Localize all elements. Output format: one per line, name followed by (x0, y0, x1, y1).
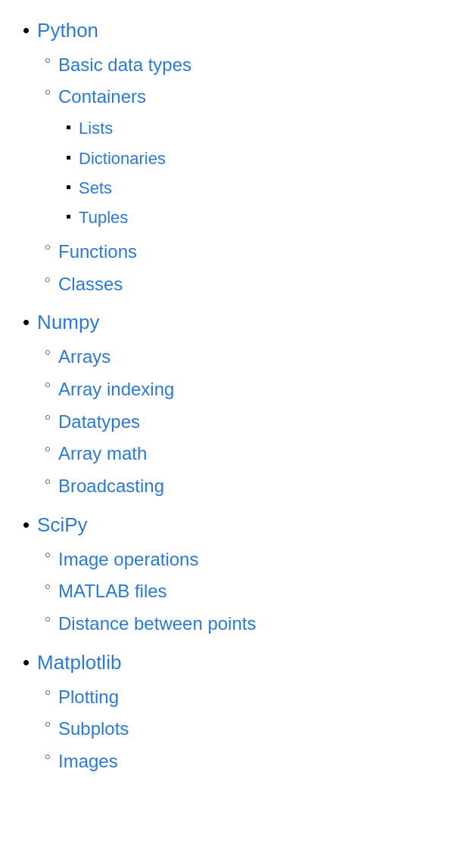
nav-list-matplotlib-children: ○Plotting○Subplots○Images (45, 682, 129, 779)
link-array-math[interactable]: Array math (58, 439, 147, 470)
link-dictionaries[interactable]: Dictionaries (79, 144, 166, 172)
bullet-broadcasting: ○ (45, 471, 51, 491)
nav-list-scipy-children: ○Image operations○MATLAB files○Distance … (45, 544, 256, 641)
nav-list-numpy-children: ○Arrays○Array indexing○Datatypes○Array m… (45, 342, 174, 504)
bullet-array-indexing: ○ (45, 374, 51, 395)
link-distance-between-points[interactable]: Distance between points (58, 609, 257, 640)
link-lists[interactable]: Lists (79, 114, 113, 142)
bullet-images: ○ (45, 746, 51, 767)
bullet-scipy: • (23, 510, 30, 541)
nav-item-lists: ▪Lists (66, 114, 166, 142)
bullet-python: • (23, 15, 30, 47)
nav-item-plotting: ○Plotting (45, 682, 129, 713)
bullet-dictionaries: ▪ (66, 144, 71, 170)
link-array-indexing[interactable]: Array indexing (58, 374, 174, 405)
bullet-arrays: ○ (45, 342, 51, 362)
bullet-lists: ▪ (66, 114, 71, 140)
nav-item-image-operations: ○Image operations (45, 544, 256, 575)
link-scipy[interactable]: SciPy (37, 510, 256, 541)
nav-item-basic-data-types: ○Basic data types (45, 50, 191, 81)
nav-item-broadcasting: ○Broadcasting (45, 471, 174, 502)
link-basic-data-types[interactable]: Basic data types (58, 50, 191, 81)
link-image-operations[interactable]: Image operations (58, 544, 198, 575)
bullet-classes: ○ (45, 269, 51, 290)
link-python[interactable]: Python (37, 15, 191, 47)
bullet-matplotlib: • (23, 647, 30, 679)
link-images[interactable]: Images (58, 746, 118, 777)
nav-item-arrays: ○Arrays (45, 342, 174, 373)
nav-list-python-children: ○Basic data types○Containers▪Lists▪Dicti… (45, 50, 191, 302)
nav-item-array-math: ○Array math (45, 439, 174, 470)
bullet-containers: ○ (45, 82, 51, 102)
link-datatypes[interactable]: Datatypes (58, 407, 140, 438)
nav-item-matlab-files: ○MATLAB files (45, 576, 256, 607)
bullet-tuples: ▪ (66, 203, 71, 229)
link-plotting[interactable]: Plotting (58, 682, 119, 713)
nav-item-subplots: ○Subplots (45, 714, 129, 745)
bullet-array-math: ○ (45, 439, 51, 459)
nav-item-containers: ○Containers▪Lists▪Dictionaries▪Sets▪Tupl… (45, 82, 191, 234)
link-classes[interactable]: Classes (58, 269, 123, 300)
bullet-functions: ○ (45, 237, 51, 257)
link-arrays[interactable]: Arrays (58, 342, 110, 373)
nav-item-python: •Python○Basic data types○Containers▪List… (23, 15, 443, 304)
bullet-basic-data-types: ○ (45, 50, 51, 70)
link-sets[interactable]: Sets (79, 174, 112, 202)
nav-item-classes: ○Classes (45, 269, 191, 300)
bullet-image-operations: ○ (45, 544, 51, 565)
nav-item-sets: ▪Sets (66, 174, 166, 202)
link-containers[interactable]: Containers (58, 82, 166, 113)
nav-item-scipy: •SciPy○Image operations○MATLAB files○Dis… (23, 510, 443, 644)
nav-item-array-indexing: ○Array indexing (45, 374, 174, 405)
bullet-distance-between-points: ○ (45, 609, 51, 629)
nav-item-distance-between-points: ○Distance between points (45, 609, 256, 640)
bullet-datatypes: ○ (45, 407, 51, 427)
bullet-subplots: ○ (45, 714, 51, 734)
link-matplotlib[interactable]: Matplotlib (37, 647, 129, 679)
nav-item-functions: ○Functions (45, 237, 191, 268)
nav-item-tuples: ▪Tuples (66, 203, 166, 231)
link-broadcasting[interactable]: Broadcasting (58, 471, 164, 502)
bullet-sets: ▪ (66, 174, 71, 200)
nav-item-dictionaries: ▪Dictionaries (66, 144, 166, 172)
nav-item-images: ○Images (45, 746, 129, 777)
bullet-matlab-files: ○ (45, 576, 51, 597)
nav-list-level1: •Python○Basic data types○Containers▪List… (23, 15, 443, 782)
nav-item-datatypes: ○Datatypes (45, 407, 174, 438)
nav-item-numpy: •Numpy○Arrays○Array indexing○Datatypes○A… (23, 307, 443, 507)
bullet-plotting: ○ (45, 682, 51, 702)
link-numpy[interactable]: Numpy (37, 307, 174, 339)
link-tuples[interactable]: Tuples (79, 203, 128, 231)
link-functions[interactable]: Functions (58, 237, 137, 268)
nav-list-containers-children: ▪Lists▪Dictionaries▪Sets▪Tuples (66, 114, 166, 234)
link-subplots[interactable]: Subplots (58, 714, 129, 745)
link-matlab-files[interactable]: MATLAB files (58, 576, 167, 607)
nav-item-matplotlib: •Matplotlib○Plotting○Subplots○Images (23, 647, 443, 782)
bullet-numpy: • (23, 307, 30, 339)
